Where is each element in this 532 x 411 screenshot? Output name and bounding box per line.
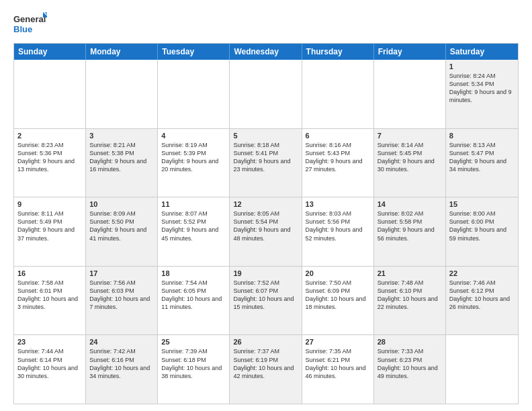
cell-text: Sunrise: 7:39 AMSunset: 6:18 PMDaylight:…: [161, 347, 226, 380]
cell-text: Sunrise: 7:56 AMSunset: 6:03 PMDaylight:…: [89, 279, 154, 312]
calendar-row: 1Sunrise: 8:24 AMSunset: 5:34 PMDaylight…: [14, 60, 518, 129]
calendar-row: 23Sunrise: 7:44 AMSunset: 6:14 PMDayligh…: [14, 335, 518, 404]
cell-text: Sunrise: 8:13 AMSunset: 5:47 PMDaylight:…: [449, 141, 515, 174]
calendar-cell: 1Sunrise: 8:24 AMSunset: 5:34 PMDaylight…: [446, 60, 518, 128]
day-number: 15: [449, 200, 515, 208]
cell-text: Sunrise: 7:50 AMSunset: 6:09 PMDaylight:…: [306, 279, 370, 312]
calendar-cell: 26Sunrise: 7:37 AMSunset: 6:19 PMDayligh…: [230, 335, 302, 404]
day-number: 20: [306, 269, 370, 277]
page: General Blue SundayMondayTuesdayWednesda…: [0, 0, 532, 411]
cell-text: Sunrise: 7:58 AMSunset: 6:01 PMDaylight:…: [17, 279, 82, 312]
day-number: 9: [17, 200, 82, 208]
calendar-cell: 12Sunrise: 8:05 AMSunset: 5:54 PMDayligh…: [230, 197, 302, 266]
calendar-cell: 13Sunrise: 8:03 AMSunset: 5:56 PMDayligh…: [302, 197, 374, 266]
cell-text: Sunrise: 8:11 AMSunset: 5:49 PMDaylight:…: [17, 210, 82, 242]
cell-text: Sunrise: 8:00 AMSunset: 6:00 PMDaylight:…: [449, 210, 515, 242]
calendar-cell: [302, 60, 374, 128]
calendar-row: 9Sunrise: 8:11 AMSunset: 5:49 PMDaylight…: [14, 197, 518, 267]
calendar-header-day: Saturday: [446, 44, 518, 60]
calendar-cell: 22Sunrise: 7:46 AMSunset: 6:12 PMDayligh…: [446, 267, 518, 335]
cell-text: Sunrise: 7:42 AMSunset: 6:16 PMDaylight:…: [89, 347, 154, 380]
day-number: 6: [306, 132, 370, 140]
calendar-cell: [86, 60, 158, 128]
cell-text: Sunrise: 8:03 AMSunset: 5:56 PMDaylight:…: [306, 210, 370, 242]
day-number: 23: [17, 338, 82, 346]
calendar-header-day: Friday: [374, 44, 446, 60]
svg-text:General: General: [13, 14, 46, 24]
day-number: 11: [161, 200, 226, 208]
cell-text: Sunrise: 8:19 AMSunset: 5:39 PMDaylight:…: [161, 141, 226, 174]
header: General Blue: [13, 11, 519, 38]
day-number: 13: [306, 200, 370, 208]
calendar-cell: 5Sunrise: 8:18 AMSunset: 5:41 PMDaylight…: [230, 129, 302, 197]
svg-text:Blue: Blue: [13, 24, 32, 34]
calendar-cell: 20Sunrise: 7:50 AMSunset: 6:09 PMDayligh…: [302, 267, 374, 335]
calendar-header-day: Tuesday: [158, 44, 230, 60]
day-number: 5: [233, 132, 298, 140]
day-number: 7: [378, 132, 442, 140]
day-number: 10: [89, 200, 154, 208]
day-number: 25: [161, 338, 226, 346]
calendar-cell: 7Sunrise: 8:14 AMSunset: 5:45 PMDaylight…: [374, 129, 446, 197]
calendar-header-day: Sunday: [14, 44, 86, 60]
cell-text: Sunrise: 7:44 AMSunset: 6:14 PMDaylight:…: [17, 347, 82, 380]
calendar-cell: 2Sunrise: 8:23 AMSunset: 5:36 PMDaylight…: [14, 129, 86, 197]
calendar-header-day: Thursday: [302, 44, 374, 60]
calendar-cell: 27Sunrise: 7:35 AMSunset: 6:21 PMDayligh…: [302, 335, 374, 404]
cell-text: Sunrise: 8:18 AMSunset: 5:41 PMDaylight:…: [233, 141, 298, 174]
calendar-cell: [14, 60, 86, 128]
day-number: 14: [378, 200, 442, 208]
calendar-row: 16Sunrise: 7:58 AMSunset: 6:01 PMDayligh…: [14, 267, 518, 336]
calendar-cell: [158, 60, 230, 128]
cell-text: Sunrise: 8:24 AMSunset: 5:34 PMDaylight:…: [449, 72, 515, 105]
cell-text: Sunrise: 8:14 AMSunset: 5:45 PMDaylight:…: [378, 141, 442, 174]
calendar-cell: 10Sunrise: 8:09 AMSunset: 5:50 PMDayligh…: [86, 197, 158, 266]
day-number: 4: [161, 132, 226, 140]
cell-text: Sunrise: 8:16 AMSunset: 5:43 PMDaylight:…: [306, 141, 370, 174]
calendar-cell: 19Sunrise: 7:52 AMSunset: 6:07 PMDayligh…: [230, 267, 302, 335]
day-number: 2: [17, 132, 82, 140]
cell-text: Sunrise: 7:48 AMSunset: 6:10 PMDaylight:…: [378, 279, 442, 312]
calendar-cell: 4Sunrise: 8:19 AMSunset: 5:39 PMDaylight…: [158, 129, 230, 197]
calendar-cell: 6Sunrise: 8:16 AMSunset: 5:43 PMDaylight…: [302, 129, 374, 197]
calendar-cell: [446, 335, 518, 404]
calendar: SundayMondayTuesdayWednesdayThursdayFrid…: [13, 43, 519, 404]
calendar-header-day: Wednesday: [230, 44, 302, 60]
calendar-cell: 15Sunrise: 8:00 AMSunset: 6:00 PMDayligh…: [446, 197, 518, 266]
calendar-header-day: Monday: [86, 44, 158, 60]
calendar-cell: [374, 60, 446, 128]
day-number: 1: [449, 62, 515, 71]
cell-text: Sunrise: 8:07 AMSunset: 5:52 PMDaylight:…: [161, 210, 226, 242]
calendar-cell: 25Sunrise: 7:39 AMSunset: 6:18 PMDayligh…: [158, 335, 230, 404]
cell-text: Sunrise: 8:05 AMSunset: 5:54 PMDaylight:…: [233, 210, 298, 242]
calendar-body: 1Sunrise: 8:24 AMSunset: 5:34 PMDaylight…: [14, 60, 518, 404]
day-number: 26: [233, 338, 298, 346]
cell-text: Sunrise: 8:02 AMSunset: 5:58 PMDaylight:…: [378, 210, 442, 242]
calendar-cell: 28Sunrise: 7:33 AMSunset: 6:23 PMDayligh…: [374, 335, 446, 404]
cell-text: Sunrise: 8:09 AMSunset: 5:50 PMDaylight:…: [89, 210, 154, 242]
cell-text: Sunrise: 7:33 AMSunset: 6:23 PMDaylight:…: [378, 347, 442, 380]
day-number: 3: [89, 132, 154, 140]
calendar-row: 2Sunrise: 8:23 AMSunset: 5:36 PMDaylight…: [14, 129, 518, 198]
day-number: 16: [17, 269, 82, 277]
calendar-header: SundayMondayTuesdayWednesdayThursdayFrid…: [14, 44, 518, 60]
calendar-cell: 21Sunrise: 7:48 AMSunset: 6:10 PMDayligh…: [374, 267, 446, 335]
calendar-cell: 16Sunrise: 7:58 AMSunset: 6:01 PMDayligh…: [14, 267, 86, 335]
calendar-cell: 23Sunrise: 7:44 AMSunset: 6:14 PMDayligh…: [14, 335, 86, 404]
day-number: 21: [378, 269, 442, 277]
calendar-cell: 3Sunrise: 8:21 AMSunset: 5:38 PMDaylight…: [86, 129, 158, 197]
cell-text: Sunrise: 8:21 AMSunset: 5:38 PMDaylight:…: [89, 141, 154, 174]
calendar-cell: [230, 60, 302, 128]
logo: General Blue: [13, 11, 47, 38]
logo-svg: General Blue: [13, 11, 47, 38]
day-number: 22: [449, 269, 515, 277]
calendar-cell: 24Sunrise: 7:42 AMSunset: 6:16 PMDayligh…: [86, 335, 158, 404]
calendar-cell: 17Sunrise: 7:56 AMSunset: 6:03 PMDayligh…: [86, 267, 158, 335]
day-number: 24: [89, 338, 154, 346]
calendar-cell: 14Sunrise: 8:02 AMSunset: 5:58 PMDayligh…: [374, 197, 446, 266]
cell-text: Sunrise: 7:54 AMSunset: 6:05 PMDaylight:…: [161, 279, 226, 312]
calendar-cell: 9Sunrise: 8:11 AMSunset: 5:49 PMDaylight…: [14, 197, 86, 266]
cell-text: Sunrise: 7:46 AMSunset: 6:12 PMDaylight:…: [449, 279, 515, 312]
day-number: 8: [449, 132, 515, 140]
day-number: 27: [306, 338, 370, 346]
